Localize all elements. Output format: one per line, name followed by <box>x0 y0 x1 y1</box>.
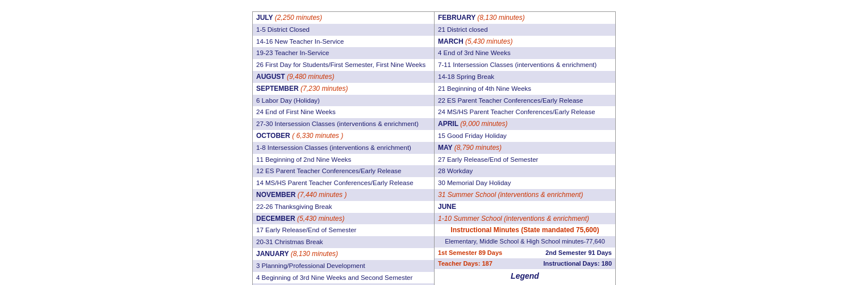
month-minutes: (2,250 minutes) <box>275 14 322 22</box>
list-item: Teacher Days: 187Instructional Days: 180 <box>435 258 615 269</box>
list-item: 3 Planning/Professional Development <box>253 260 434 272</box>
entry-label: 7-11 Intersession Classes (interventions… <box>438 61 596 68</box>
list-item: 27 Early Release/End of Semester <box>435 154 615 166</box>
entry-label: 6 Labor Day (Holiday) <box>256 97 320 104</box>
entry-label: 24 MS/HS Parent Teacher Conferences/Earl… <box>438 108 595 115</box>
list-item: 24 End of First Nine Weeks <box>253 106 434 118</box>
month-minutes: ( 6,330 minutes ) <box>292 132 343 140</box>
list-item: 14-16 New Teacher In-Service <box>253 36 434 48</box>
entry-label: 19-23 Teacher In-Service <box>256 49 329 56</box>
month-title: MARCH <box>438 37 465 45</box>
entry-label: 24 End of First Nine Weeks <box>256 108 336 115</box>
month-minutes: (8,790 minutes) <box>454 144 502 152</box>
list-item: 11 Beginning of 2nd Nine Weeks <box>253 154 434 166</box>
month-title: SEPTEMBER <box>256 85 301 93</box>
list-item: NOVEMBER (7,440 minutes ) <box>253 189 434 201</box>
month-minutes: (8,130 minutes) <box>291 250 338 258</box>
entry-label: 15 Good Friday Holiday <box>438 132 507 139</box>
list-item: 1-5 District Closed <box>253 24 434 36</box>
month-minutes: (9,480 minutes) <box>287 73 334 81</box>
two-col-left: Teacher Days: 187 <box>438 259 493 268</box>
list-item: 28 Workday <box>435 165 615 177</box>
list-item: 1st Semester 89 Days2nd Semester 91 Days <box>435 248 615 258</box>
entry-label: 21 Beginning of 4th Nine Weeks <box>438 85 531 92</box>
list-item: OCTOBER ( 6,330 minutes ) <box>253 130 434 142</box>
entry-label: 12 ES Parent Teacher Conferences/Early R… <box>256 167 402 174</box>
list-item: 1-8 Intersession Classes (interventions … <box>253 142 434 154</box>
list-item: MAY (8,790 minutes) <box>435 142 615 154</box>
entry-label: 14 MS/HS Parent Teacher Conferences/Earl… <box>256 179 414 186</box>
list-item: 4 End of 3rd Nine Weeks <box>435 47 615 59</box>
list-item: 24 MS/HS Parent Teacher Conferences/Earl… <box>435 106 615 118</box>
entry-label: 30 Memorial Day Holiday <box>438 179 511 186</box>
two-col-right: 2nd Semester 91 Days <box>545 249 612 257</box>
entry-label: 14-16 New Teacher In-Service <box>256 38 344 45</box>
entry-label: 22-26 Thanksgiving Break <box>256 203 332 210</box>
entry-label: 1-8 Intersession Classes (interventions … <box>256 144 411 151</box>
entry-label: 26 First Day for Students/First Semester… <box>256 61 425 68</box>
list-item: 12 ES Parent Teacher Conferences/Early R… <box>253 165 434 177</box>
entry-label: 1-5 District Closed <box>256 26 310 33</box>
list-item: SEPTEMBER (7,230 minutes) <box>253 83 434 95</box>
list-item: DECEMBER (5,430 minutes) <box>253 213 434 225</box>
entry-label: 1-10 Summer School (interventions & enri… <box>438 215 589 223</box>
entry-label: 28 Workday <box>438 167 473 174</box>
list-item: 20-31 Christmas Break <box>253 236 434 248</box>
list-item: 17 Early Release/End of Semester <box>253 224 434 236</box>
entry-label: 4 Beginning of 3rd Nine Weeks and Second… <box>256 274 412 281</box>
list-item: FEBRUARY (8,130 minutes) <box>435 12 615 24</box>
list-item: 14 MS/HS Parent Teacher Conferences/Earl… <box>253 177 434 189</box>
entry-label: 20-31 Christmas Break <box>256 238 323 245</box>
entry-label: 27-30 Intersession Classes (intervention… <box>256 120 419 127</box>
entry-label: 17 Early Release/End of Semester <box>256 227 356 233</box>
two-col-right: Instructional Days: 180 <box>544 259 612 268</box>
list-item: MARCH (5,430 minutes) <box>435 36 615 48</box>
list-item: 21 Beginning of 4th Nine Weeks <box>435 83 615 95</box>
left-column: JULY (2,250 minutes)1-5 District Closed1… <box>252 11 434 285</box>
month-title: AUGUST <box>256 73 287 81</box>
month-title: FEBRUARY <box>438 14 477 22</box>
list-item: 6 Labor Day (Holiday) <box>253 95 434 107</box>
month-title: OCTOBER <box>256 132 292 140</box>
month-title: APRIL <box>438 120 460 128</box>
list-item: 7-11 Intersession Classes (interventions… <box>435 59 615 71</box>
right-column: FEBRUARY (8,130 minutes)21 District clos… <box>434 11 616 285</box>
list-item: 26 First Day for Students/First Semester… <box>253 59 434 71</box>
month-title: MAY <box>438 144 454 152</box>
entry-label: 14-18 Spring Break <box>438 73 494 80</box>
month-title: NOVEMBER <box>256 191 298 199</box>
list-item: 14-18 Spring Break <box>435 71 615 83</box>
entry-label: 27 Early Release/End of Semester <box>438 156 538 163</box>
entry-label: 3 Planning/Professional Development <box>256 262 365 269</box>
list-item: 22 ES Parent Teacher Conferences/Early R… <box>435 95 615 107</box>
list-item: 1-10 Summer School (interventions & enri… <box>435 213 615 225</box>
list-item: APRIL (9,000 minutes) <box>435 118 615 130</box>
month-title: JUNE <box>438 203 456 211</box>
list-item: 19-23 Teacher In-Service <box>253 47 434 59</box>
list-item: 30 Memorial Day Holiday <box>435 177 615 189</box>
list-item: AUGUST (9,480 minutes) <box>253 71 434 83</box>
entry-label: 21 District closed <box>438 26 488 33</box>
entry-label: 4 End of 3rd Nine Weeks <box>438 49 511 56</box>
summary-bold-label: Instructional Minutes (State mandated 75… <box>435 224 615 236</box>
month-title: JULY <box>256 14 275 22</box>
list-item: 15 Good Friday Holiday <box>435 130 615 142</box>
list-item: 27-30 Intersession Classes (intervention… <box>253 118 434 130</box>
month-title: DECEMBER <box>256 215 297 223</box>
month-minutes: (7,230 minutes) <box>301 85 348 93</box>
entry-label: 11 Beginning of 2nd Nine Weeks <box>256 156 351 163</box>
month-minutes: (7,440 minutes ) <box>298 191 347 199</box>
two-col-left: 1st Semester 89 Days <box>438 249 502 257</box>
summary-center-label: Elementary, Middle School & High School … <box>435 236 615 247</box>
month-minutes: (9,000 minutes) <box>460 120 507 128</box>
entry-label: 31 Summer School (interventions & enrich… <box>438 191 583 199</box>
list-item: JUNE <box>435 201 615 213</box>
list-item: JANUARY (8,130 minutes) <box>253 248 434 260</box>
entry-label: 22 ES Parent Teacher Conferences/Early R… <box>438 97 583 104</box>
list-item: 22-26 Thanksgiving Break <box>253 201 434 213</box>
list-item: 4 Beginning of 3rd Nine Weeks and Second… <box>253 272 434 284</box>
list-item: JULY (2,250 minutes) <box>253 12 434 24</box>
month-title: JANUARY <box>256 250 291 258</box>
list-item: 21 District closed <box>435 24 615 36</box>
month-minutes: (5,430 minutes) <box>465 37 512 45</box>
